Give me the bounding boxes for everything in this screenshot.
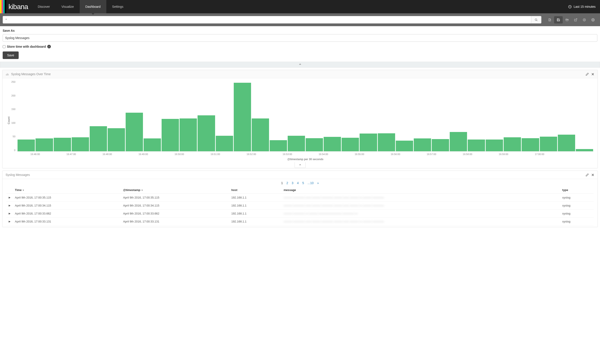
chart-bars[interactable]: [17, 81, 594, 152]
column-header[interactable]: Time▼: [13, 187, 121, 194]
chart-bar[interactable]: [378, 133, 395, 151]
chart-bar[interactable]: [126, 113, 143, 151]
nav-items: DiscoverVisualizeDashboardSettings: [32, 0, 129, 13]
svg-rect-10: [6, 74, 7, 75]
chart-bar[interactable]: [144, 138, 161, 151]
expand-row-button[interactable]: ▶: [6, 194, 13, 202]
chart-bar[interactable]: [432, 139, 449, 151]
chart-bar[interactable]: [252, 118, 269, 151]
nav-item-visualize[interactable]: Visualize: [56, 0, 80, 13]
y-axis: 250200150100500: [11, 81, 17, 152]
chart-bar[interactable]: [234, 83, 251, 151]
expand-row-button[interactable]: ▶: [6, 218, 13, 226]
save-panel: Save As Store time with dashboard i Save: [0, 26, 600, 62]
chart-bar[interactable]: [162, 119, 179, 151]
table-row: ▶April 9th 2016, 17:00:35.115April 9th 2…: [6, 194, 594, 202]
chart-bar[interactable]: [306, 138, 323, 151]
table-panel-title: Syslog Messages: [6, 173, 586, 177]
pencil-icon: [586, 173, 589, 177]
chart-bar[interactable]: [179, 118, 197, 151]
chart-bar[interactable]: [486, 139, 503, 151]
expand-row-button[interactable]: ▶: [6, 202, 13, 209]
chart-bar[interactable]: [414, 138, 431, 151]
cell-host: 192.168.1.1: [229, 209, 281, 218]
cell-type: syslog: [560, 218, 594, 226]
store-time-label: Store time with dashboard: [7, 45, 46, 48]
panel-expand-handle[interactable]: [295, 162, 306, 168]
chart-bar[interactable]: [468, 139, 485, 151]
chart-bar[interactable]: [558, 135, 575, 151]
chart-bar[interactable]: [576, 149, 593, 151]
remove-panel-button[interactable]: [591, 173, 594, 177]
file-plus-icon: [548, 18, 551, 21]
cell-time: April 9th 2016, 17:00:34.115: [13, 202, 121, 209]
nav-item-settings[interactable]: Settings: [106, 0, 129, 13]
plus-circle-icon: [583, 18, 586, 21]
table-row: ▶April 9th 2016, 17:00:33.662April 9th 2…: [6, 209, 594, 218]
edit-panel-button[interactable]: [586, 173, 589, 177]
cell-time: April 9th 2016, 17:00:35.115: [13, 194, 121, 202]
dashboard-grid: Syslog Messages Over Time Count 25020015…: [0, 68, 600, 232]
cell-time: April 9th 2016, 17:00:33.662: [13, 209, 121, 218]
chart-bar[interactable]: [72, 137, 89, 151]
sort-desc-icon: ▼: [22, 189, 24, 191]
page-link[interactable]: ...10: [306, 181, 315, 185]
chart-bar[interactable]: [324, 137, 341, 151]
time-label: Last 15 minutes: [574, 5, 596, 9]
chart-bar[interactable]: [504, 137, 521, 151]
share-button[interactable]: [571, 16, 580, 24]
collapse-save-panel[interactable]: [0, 62, 600, 68]
expand-row-button[interactable]: ▶: [6, 209, 13, 218]
chart-bar[interactable]: [197, 115, 215, 151]
svg-rect-12: [8, 74, 9, 75]
add-visualization-button[interactable]: [580, 16, 589, 24]
page-link[interactable]: 5: [300, 181, 306, 185]
chart-bar[interactable]: [54, 138, 71, 151]
chart-bar[interactable]: [18, 139, 35, 151]
edit-panel-button[interactable]: [586, 73, 589, 76]
logo-stripes: [0, 0, 6, 13]
query-input[interactable]: [3, 16, 531, 24]
chart-bar[interactable]: [90, 126, 107, 151]
column-header[interactable]: @timestamp▼: [121, 187, 229, 194]
open-dashboard-button[interactable]: [563, 16, 571, 24]
chart-bar[interactable]: [360, 134, 377, 151]
time-picker[interactable]: Last 15 minutes: [564, 5, 600, 9]
page-next[interactable]: »: [315, 181, 321, 185]
close-icon: [591, 73, 594, 76]
save-button[interactable]: Save: [3, 52, 19, 59]
chart-bar[interactable]: [522, 138, 539, 151]
chart-bar[interactable]: [450, 132, 467, 151]
cell-type: syslog: [560, 202, 594, 209]
y-tick: 100: [11, 122, 15, 124]
chart-bar[interactable]: [108, 128, 125, 151]
nav-item-dashboard[interactable]: Dashboard: [80, 0, 107, 13]
chart-bar[interactable]: [540, 137, 557, 151]
x-axis: 16:46:0016:47:0016:48:0016:49:0016:50:00…: [17, 153, 594, 156]
page-link[interactable]: 4: [295, 181, 300, 185]
remove-panel-button[interactable]: [591, 73, 594, 76]
page-link[interactable]: 3: [290, 181, 295, 185]
info-icon[interactable]: i: [47, 45, 51, 48]
cell-type: syslog: [560, 209, 594, 218]
new-dashboard-button[interactable]: [545, 16, 554, 24]
nav-item-discover[interactable]: Discover: [32, 0, 56, 13]
svg-line-2: [537, 20, 537, 21]
chart-bar[interactable]: [288, 136, 305, 151]
bar-chart-icon: [6, 73, 9, 76]
chart-bar[interactable]: [342, 138, 359, 151]
chart-bar[interactable]: [36, 138, 53, 151]
options-button[interactable]: [589, 16, 597, 24]
dashboard-name-input[interactable]: [3, 34, 597, 42]
x-tick: 16:50:00: [175, 153, 184, 155]
chart-bar[interactable]: [216, 136, 233, 151]
logo[interactable]: kibana: [0, 0, 32, 13]
svg-point-9: [593, 19, 594, 20]
page-link[interactable]: 2: [285, 181, 290, 185]
search-button[interactable]: [531, 16, 541, 24]
store-time-checkbox[interactable]: [3, 45, 6, 48]
chart-bar[interactable]: [396, 141, 413, 151]
chart-bar[interactable]: [270, 140, 287, 151]
save-dashboard-button[interactable]: [554, 16, 563, 24]
query-bar: [0, 13, 600, 26]
